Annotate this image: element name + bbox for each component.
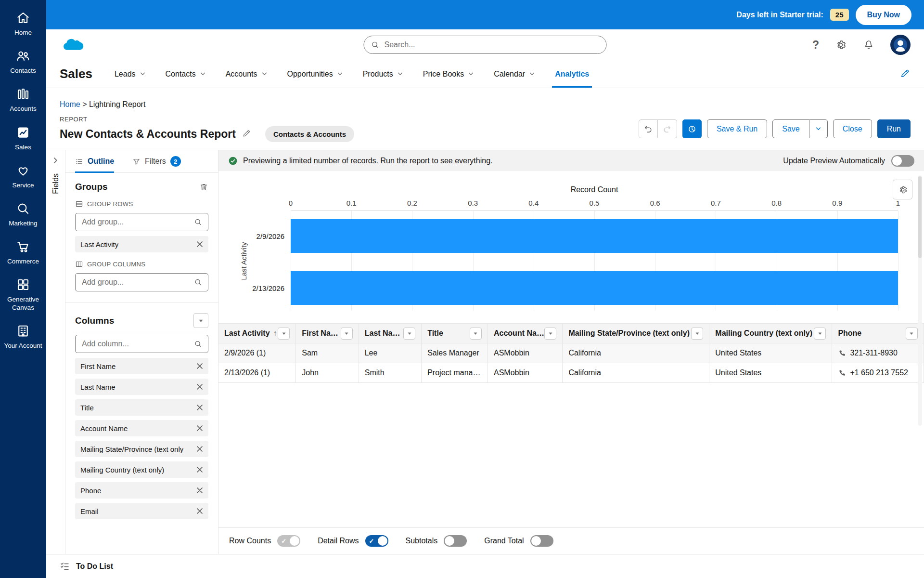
group-chip-last-activity[interactable]: Last Activity (75, 236, 208, 252)
sidebar-item-label: Commerce (5, 258, 41, 265)
marketing-icon (16, 201, 30, 216)
remove-column-x-icon[interactable] (196, 508, 203, 514)
report-kicker: REPORT (60, 116, 354, 123)
edit-nav-pencil-icon[interactable] (900, 68, 911, 80)
column-chip[interactable]: Phone (75, 482, 208, 499)
salesforce-logo[interactable] (60, 36, 86, 53)
column-menu-button[interactable] (341, 328, 353, 340)
tab-price-books[interactable]: Price Books (423, 60, 474, 88)
chart-settings-gear-icon[interactable] (893, 180, 912, 199)
remove-column-x-icon[interactable] (196, 487, 203, 494)
save-and-run-button[interactable]: Save & Run (707, 119, 767, 138)
breadcrumb-home-link[interactable]: Home (60, 100, 80, 108)
tab-outline[interactable]: Outline (75, 150, 114, 172)
column-menu-button[interactable] (470, 328, 482, 340)
add-column-input[interactable] (75, 335, 208, 353)
column-header-first-name[interactable]: First Name (296, 324, 359, 343)
tab-accounts[interactable]: Accounts (226, 60, 267, 88)
notifications-bell-icon[interactable] (862, 39, 875, 51)
subtotals-toggle[interactable] (444, 535, 467, 547)
sidebar-item-sales[interactable]: Sales (0, 125, 46, 151)
tab-filters[interactable]: Filters 2 (132, 150, 181, 172)
column-header-last-name[interactable]: Last Name (359, 324, 422, 343)
update-preview-toggle[interactable] (891, 155, 914, 167)
column-header-last-activity[interactable]: Last Activity↑ (218, 324, 296, 343)
app-name: Sales (60, 66, 92, 81)
tab-calendar[interactable]: Calendar (494, 60, 535, 88)
toggle-chart-button[interactable] (682, 119, 702, 138)
column-header-phone[interactable]: Phone (832, 324, 924, 343)
sidebar-item-service[interactable]: Service (0, 163, 46, 189)
undo-button[interactable] (639, 119, 658, 138)
sidebar-item-your-account[interactable]: Your Account (0, 324, 46, 350)
x-tick-label: 0.3 (468, 199, 478, 207)
triangle-down-icon (473, 332, 478, 335)
record-count-chart: Record Count 0 0.1 0.2 0.3 0.4 0.5 0.6 0… (218, 171, 924, 317)
setup-gear-icon[interactable] (834, 39, 847, 51)
column-header-title[interactable]: Title (422, 324, 488, 343)
expand-fields-chevron-icon[interactable] (53, 157, 58, 166)
sidebar-item-label: Home (13, 29, 34, 37)
save-menu-button[interactable] (809, 119, 828, 138)
buy-now-button[interactable]: Buy Now (856, 5, 911, 25)
column-chip[interactable]: Mailing Country (text only) (75, 461, 208, 478)
remove-column-x-icon[interactable] (196, 466, 203, 473)
sidebar-item-contacts[interactable]: Contacts (0, 49, 46, 75)
edit-title-pencil-icon[interactable] (242, 129, 251, 140)
search-input[interactable] (385, 40, 600, 49)
sidebar-item-commerce[interactable]: Commerce (0, 239, 46, 265)
column-header-mailing-country[interactable]: Mailing Country (text only) (709, 324, 832, 343)
chevron-down-icon (200, 72, 205, 76)
column-menu-button[interactable] (544, 328, 556, 340)
sidebar-item-home[interactable]: Home (0, 11, 46, 37)
column-chip[interactable]: Title (75, 399, 208, 416)
tab-leads[interactable]: Leads (115, 60, 145, 88)
column-chip[interactable]: First Name (75, 358, 208, 374)
delete-groups-trash-icon[interactable] (199, 183, 208, 192)
detail-rows-toggle[interactable] (365, 535, 388, 547)
group-rows-label: GROUP ROWS (75, 200, 208, 208)
remove-column-x-icon[interactable] (196, 446, 203, 452)
tab-analytics[interactable]: Analytics (555, 60, 589, 88)
column-menu-button[interactable] (814, 328, 826, 340)
sidebar-item-marketing[interactable]: Marketing (0, 201, 46, 227)
tab-opportunities[interactable]: Opportunities (287, 60, 343, 88)
remove-column-x-icon[interactable] (196, 425, 203, 432)
columns-menu-button[interactable] (193, 313, 208, 328)
column-menu-button[interactable] (278, 328, 290, 340)
add-group-rows-input[interactable] (75, 213, 208, 231)
x-tick-label: 0.2 (407, 199, 417, 207)
todo-list-bar[interactable]: To Do List (46, 554, 924, 578)
remove-group-x-icon[interactable] (196, 241, 203, 248)
column-chip[interactable]: Last Name (75, 379, 208, 395)
remove-column-x-icon[interactable] (196, 383, 203, 390)
run-button[interactable]: Run (877, 119, 911, 138)
column-menu-button[interactable] (403, 328, 415, 340)
triangle-down-icon (344, 332, 349, 335)
column-menu-button[interactable] (906, 328, 918, 340)
tab-products[interactable]: Products (363, 60, 403, 88)
column-chip[interactable]: Account Name (75, 420, 208, 436)
column-menu-button[interactable] (691, 328, 703, 340)
sidebar-item-generative-canvas[interactable]: Generative Canvas (0, 277, 46, 311)
grand-total-toggle[interactable] (530, 535, 553, 547)
main-column: Days left in Starter trial: 25 Buy Now ?… (46, 0, 924, 578)
sidebar-item-accounts[interactable]: Accounts (0, 87, 46, 113)
help-icon[interactable]: ? (812, 39, 819, 52)
x-tick-label: 0 (289, 199, 293, 207)
remove-column-x-icon[interactable] (196, 363, 203, 369)
column-chip[interactable]: Email (75, 503, 208, 519)
column-header-account-name[interactable]: Account Name (488, 324, 563, 343)
breadcrumb: Home > Lightning Report (46, 88, 924, 109)
column-chip[interactable]: Mailing State/Province (text only (75, 441, 208, 457)
trial-days-badge: 25 (830, 9, 849, 21)
save-button[interactable]: Save (772, 119, 809, 138)
y-category-label: 2/13/2026 (252, 284, 284, 292)
scrollbar-thumb[interactable] (918, 176, 922, 258)
column-header-mailing-state[interactable]: Mailing State/Province (text only) (563, 324, 709, 343)
close-button[interactable]: Close (833, 119, 872, 138)
add-group-columns-input[interactable] (75, 273, 208, 291)
user-avatar[interactable] (890, 35, 911, 55)
tab-contacts[interactable]: Contacts (166, 60, 205, 88)
remove-column-x-icon[interactable] (196, 404, 203, 411)
